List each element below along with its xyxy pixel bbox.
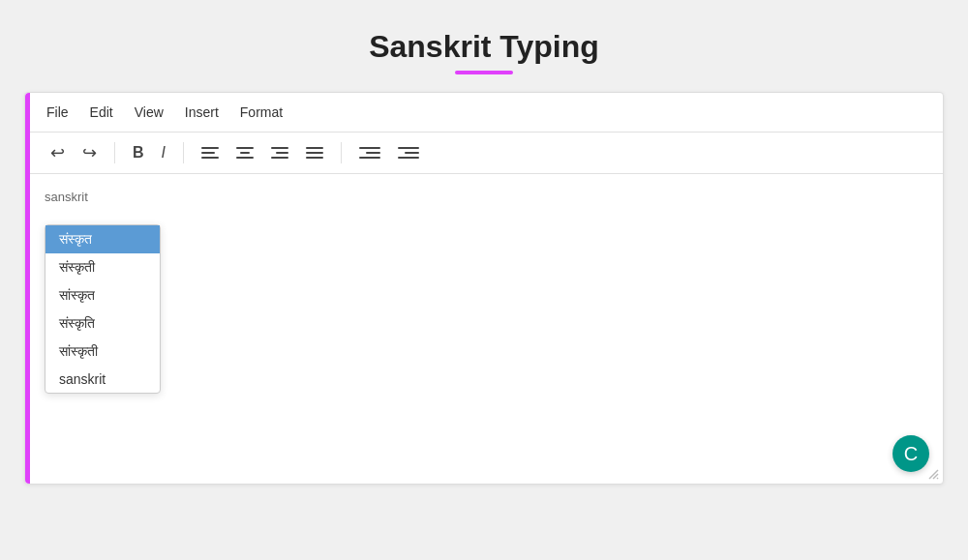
chat-button[interactable]: C bbox=[892, 435, 929, 472]
menu-view[interactable]: View bbox=[133, 101, 166, 124]
resize-handle[interactable] bbox=[927, 468, 941, 482]
toolbar-sep-3 bbox=[341, 142, 342, 163]
bold-icon: B bbox=[133, 144, 144, 162]
svg-line-2 bbox=[937, 478, 938, 479]
italic-icon: I bbox=[162, 144, 166, 162]
align-center-icon bbox=[236, 147, 254, 159]
align-right-icon bbox=[271, 147, 288, 159]
toolbar-sep-2 bbox=[183, 142, 184, 163]
undo-icon: ↩ bbox=[50, 142, 65, 163]
autocomplete-dropdown: संस्कृत संस्कृती सांस्कृत संस्कृति सांस्… bbox=[45, 224, 161, 394]
menu-bar: File Edit View Insert Format bbox=[25, 93, 943, 133]
editor-body[interactable]: sanskrit संस्कृत संस्कृती सांस्कृत संस्क… bbox=[25, 174, 943, 484]
toolbar-sep-1 bbox=[114, 142, 115, 163]
italic-button[interactable]: I bbox=[156, 140, 171, 165]
indent-in-button[interactable] bbox=[392, 143, 425, 162]
title-underline bbox=[455, 71, 513, 74]
autocomplete-item-2[interactable]: सांस्कृत bbox=[45, 281, 160, 309]
undo-button[interactable]: ↩ bbox=[45, 138, 71, 167]
menu-edit[interactable]: Edit bbox=[88, 101, 115, 124]
redo-button[interactable]: ↪ bbox=[76, 138, 103, 167]
toolbar: ↩ ↪ B I bbox=[25, 133, 943, 174]
align-center-button[interactable] bbox=[230, 143, 259, 162]
align-left-icon bbox=[201, 147, 219, 159]
indent-in-icon bbox=[398, 147, 419, 159]
indent-out-button[interactable] bbox=[353, 143, 386, 162]
align-right-button[interactable] bbox=[265, 143, 294, 162]
autocomplete-item-3[interactable]: संस्कृति bbox=[45, 309, 160, 338]
align-left-button[interactable] bbox=[196, 143, 225, 162]
autocomplete-item-1[interactable]: संस्कृती bbox=[45, 253, 160, 281]
chat-icon: C bbox=[904, 443, 918, 465]
page-title: Sanskrit Typing bbox=[369, 29, 599, 65]
autocomplete-item-5[interactable]: sanskrit bbox=[45, 366, 160, 393]
align-justify-icon bbox=[306, 147, 323, 159]
bold-button[interactable]: B bbox=[127, 140, 150, 165]
menu-file[interactable]: File bbox=[45, 101, 71, 124]
menu-format[interactable]: Format bbox=[238, 101, 285, 124]
indent-out-icon bbox=[359, 147, 380, 159]
redo-icon: ↪ bbox=[82, 142, 97, 163]
editor-typed-text: sanskrit bbox=[45, 190, 923, 204]
autocomplete-item-4[interactable]: सांस्कृती bbox=[45, 338, 160, 366]
editor-container: File Edit View Insert Format ↩ ↪ B I bbox=[24, 92, 944, 485]
align-justify-button[interactable] bbox=[300, 143, 329, 162]
menu-insert[interactable]: Insert bbox=[183, 101, 221, 124]
autocomplete-item-0[interactable]: संस्कृत bbox=[45, 225, 160, 253]
